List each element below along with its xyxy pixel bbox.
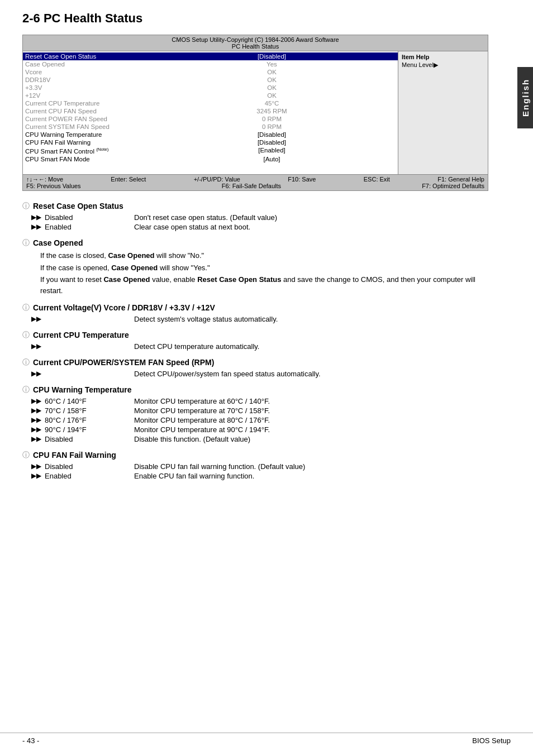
item-desc: Monitor CPU temperature at 60°C / 140°F.	[134, 397, 488, 405]
section-arrow: ⓘ	[22, 330, 30, 340]
bios-row[interactable]: CPU FAN Fail Warning [Disabled]	[23, 138, 398, 146]
bios-row[interactable]: CPU Warning Temperature [Disabled]	[23, 131, 398, 138]
bios-row[interactable]: Vcore OK	[23, 68, 398, 76]
section-text: If the case is opened, Case Opened will …	[31, 262, 488, 274]
section-item: ▶▶ Disabled Don't reset case open status…	[31, 213, 488, 222]
bios-row-value: 0 RPM	[148, 116, 396, 122]
bios-row-label: Current POWER FAN Speed	[25, 116, 148, 122]
section-header: ⓘ CPU FAN Fail Warning	[22, 450, 488, 460]
bios-row-value: [Disabled]	[148, 53, 396, 60]
item-key: Disabled	[45, 435, 134, 443]
section-item: ▶▶ 80°C / 176°F Monitor CPU temperature …	[31, 416, 488, 424]
bios-row[interactable]: +12V OK	[23, 92, 398, 99]
bios-row[interactable]: Current POWER FAN Speed 0 RPM	[23, 115, 398, 123]
bios-right-panel: Item Help Menu Level▶	[398, 51, 488, 174]
section-item: ▶▶ Enabled Enable CPU fan fail warning f…	[31, 472, 488, 480]
section-body: ▶▶ Detect CPU/power/system fan speed sta…	[22, 370, 488, 378]
section-current-fan-speed: ⓘ Current CPU/POWER/SYSTEM FAN Speed (RP…	[22, 357, 488, 378]
section-arrow: ⓘ	[22, 201, 30, 211]
bios-row-value: OK	[148, 76, 396, 83]
bios-help-text: Menu Level▶	[402, 61, 484, 69]
section-reset-case-open: ⓘ Reset Case Open Status▶▶ Disabled Don'…	[22, 201, 488, 231]
bios-row[interactable]: +3.3V OK	[23, 84, 398, 92]
footer-key-f10: F10: Save	[288, 176, 316, 183]
bios-row[interactable]: Current SYSTEM FAN Speed 0 RPM	[23, 123, 398, 131]
item-desc: Monitor CPU temperature at 70°C / 158°F.	[134, 406, 488, 415]
item-key: Disabled	[45, 462, 134, 471]
item-desc: Detect system's voltage status automatic…	[134, 315, 488, 323]
side-tab-english: English	[517, 67, 533, 128]
section-item: ▶▶ 90°C / 194°F Monitor CPU temperature …	[31, 425, 488, 434]
item-key: 60°C / 140°F	[45, 397, 134, 405]
bios-row-label: Current CPU Temperature	[25, 100, 148, 107]
item-bullet: ▶▶	[31, 462, 45, 471]
item-bullet: ▶▶	[31, 223, 45, 231]
section-title: Reset Case Open Status	[33, 202, 123, 210]
item-bullet: ▶▶	[31, 213, 45, 222]
bios-footer-row-1: ↑↓→←: Move Enter: Select +/-/PU/PD: Valu…	[26, 176, 484, 183]
item-desc: Detect CPU/power/system fan speed status…	[134, 370, 488, 378]
bios-row-label: CPU Warning Temperature	[25, 131, 148, 138]
section-body: If the case is closed, Case Opened will …	[22, 250, 488, 296]
item-desc: Enable CPU fan fail warning function.	[134, 472, 488, 480]
item-bullet: ▶▶	[31, 370, 45, 378]
bios-row-label: CPU Smart FAN Mode	[25, 156, 148, 162]
bios-row-label: Current CPU FAN Speed	[25, 108, 148, 114]
section-item: ▶▶ 70°C / 158°F Monitor CPU temperature …	[31, 406, 488, 415]
bios-row-value: OK	[148, 69, 396, 75]
section-header: ⓘ Case Opened	[22, 238, 488, 248]
bios-row[interactable]: Reset Case Open Status [Disabled]	[23, 52, 398, 60]
section-title: Current CPU Temperature	[33, 331, 129, 339]
bios-row[interactable]: Current CPU Temperature 45°C	[23, 99, 398, 107]
section-item: ▶▶ 60°C / 140°F Monitor CPU temperature …	[31, 397, 488, 405]
bios-row[interactable]: CPU Smart FAN Mode [Auto]	[23, 155, 398, 163]
footer-key-f7: F7: Optimized Defaults	[422, 183, 484, 189]
item-key	[45, 342, 134, 351]
item-key	[45, 370, 134, 378]
item-desc: Monitor CPU temperature at 90°C / 194°F.	[134, 425, 488, 434]
page-footer: - 43 - BIOS Setup	[0, 733, 533, 745]
main-content: 2-6 PC Health Status CMOS Setup Utility-…	[0, 0, 533, 498]
bios-row[interactable]: Case Opened Yes	[23, 60, 398, 68]
footer-key-f6: F6: Fail-Safe Defaults	[222, 183, 281, 189]
section-header: ⓘ Current CPU Temperature	[22, 330, 488, 340]
item-desc: Monitor CPU temperature at 80°C / 176°F.	[134, 416, 488, 424]
bios-row[interactable]: DDR18V OK	[23, 76, 398, 84]
section-arrow: ⓘ	[22, 357, 30, 367]
section-case-opened: ⓘ Case OpenedIf the case is closed, Case…	[22, 238, 488, 296]
footer-page-number: - 43 -	[22, 736, 39, 745]
section-body: ▶▶ Detect CPU temperature automatically.	[22, 342, 488, 351]
bios-row-value: [Disabled]	[148, 139, 396, 146]
bios-row-value: [Auto]	[148, 156, 396, 162]
footer-key-f1: F1: General Help	[437, 176, 484, 183]
footer-key-f5: F5: Previous Values	[26, 183, 81, 189]
item-desc: Disable CPU fan fail warning function. (…	[134, 462, 488, 471]
bios-row[interactable]: CPU Smart FAN Control (Note) [Enabled]	[23, 146, 398, 155]
bios-row-value: Yes	[148, 61, 396, 68]
section-arrow: ⓘ	[22, 303, 30, 313]
bios-row-label: Current SYSTEM FAN Speed	[25, 123, 148, 130]
bios-row-value: OK	[148, 84, 396, 91]
section-title: CPU Warning Temperature	[33, 385, 132, 394]
item-key	[45, 315, 134, 323]
bios-row[interactable]: Current CPU FAN Speed 3245 RPM	[23, 107, 398, 115]
bios-row-label: Reset Case Open Status	[25, 53, 148, 60]
item-bullet: ▶▶	[31, 472, 45, 480]
item-key: 80°C / 176°F	[45, 416, 134, 424]
item-key: 90°C / 194°F	[45, 425, 134, 434]
bios-row-value: [Enabled]	[148, 147, 396, 155]
item-key: 70°C / 158°F	[45, 406, 134, 415]
section-item: ▶▶ Detect system's voltage status automa…	[31, 315, 488, 323]
bios-left-panel: Reset Case Open Status [Disabled]Case Op…	[23, 51, 398, 174]
section-arrow: ⓘ	[22, 238, 30, 248]
section-text: If you want to reset Case Opened value, …	[31, 274, 488, 296]
bios-row-value: 45°C	[148, 100, 396, 107]
footer-key-move: ↑↓→←: Move	[26, 176, 63, 183]
section-body: ▶▶ 60°C / 140°F Monitor CPU temperature …	[22, 397, 488, 443]
bios-body: Reset Case Open Status [Disabled]Case Op…	[23, 51, 488, 174]
item-bullet: ▶▶	[31, 435, 45, 443]
item-bullet: ▶▶	[31, 425, 45, 434]
bios-footer: ↑↓→←: Move Enter: Select +/-/PU/PD: Valu…	[23, 174, 488, 190]
bios-header: CMOS Setup Utility-Copyright (C) 1984-20…	[23, 35, 488, 51]
page-title: 2-6 PC Health Status	[22, 11, 488, 26]
